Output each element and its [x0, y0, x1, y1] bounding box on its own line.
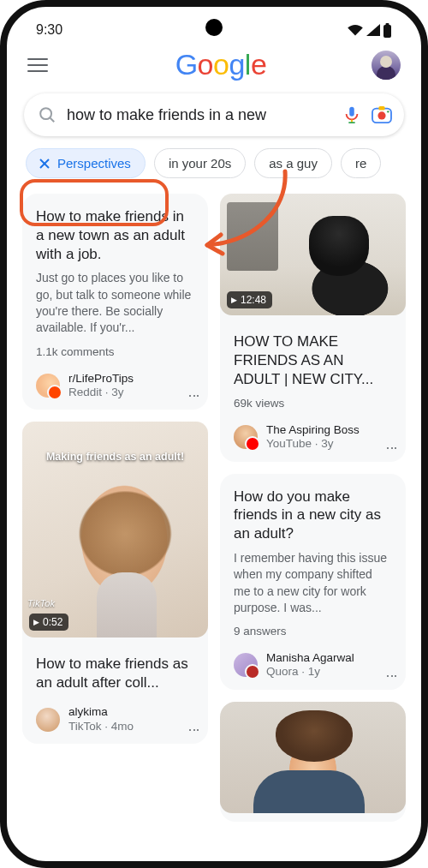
video-duration: 12:48 — [227, 291, 272, 308]
status-time: 9:30 — [36, 22, 62, 38]
results-col-right: 12:48 HOW TO MAKE FRIENDS AS AN ADULT | … — [220, 194, 406, 822]
battery-icon — [383, 23, 392, 38]
filter-chips: Perspectives in your 20s as a guy re — [7, 136, 421, 182]
google-logo: Google — [175, 48, 267, 81]
video-thumbnail[interactable]: 12:48 — [220, 194, 406, 315]
result-card-tiktok[interactable]: Making friends as an adult! TikTok 0:52 … — [22, 422, 208, 744]
card-footer: r/LifeProTips Reddit · 3y — [36, 372, 194, 399]
profile-avatar[interactable] — [372, 51, 401, 80]
card-footer: The Aspiring Boss YouTube · 3y — [234, 423, 392, 451]
youtube-icon — [234, 425, 258, 449]
wifi-icon — [347, 23, 364, 37]
card-source: Manisha Agarwal Quora · 1y — [266, 651, 354, 679]
result-card-quora[interactable]: How do you make friends in a new city as… — [220, 474, 406, 690]
card-body: Just go to places you like to go, but ta… — [36, 270, 194, 336]
video-thumbnail[interactable]: Making friends as an adult! TikTok 0:52 — [22, 422, 208, 638]
app-header: Google — [7, 43, 421, 81]
svg-point-8 — [377, 111, 385, 119]
voice-search-icon[interactable] — [342, 105, 361, 124]
search-bar[interactable] — [24, 93, 404, 136]
result-card-video-partial[interactable] — [220, 702, 406, 822]
svg-line-3 — [51, 118, 55, 123]
search-input[interactable] — [67, 106, 332, 124]
svg-rect-9 — [378, 106, 384, 111]
card-footer: alykima TikTok · 4mo — [36, 705, 194, 733]
status-icons — [347, 23, 392, 38]
more-options-icon[interactable] — [187, 390, 201, 401]
phone-frame: 9:30 Google Perspectives in your 20s as … — [0, 0, 428, 868]
card-meta: 1.1k comments — [36, 345, 194, 358]
card-source: The Aspiring Boss YouTube · 3y — [266, 423, 360, 451]
video-duration: 0:52 — [29, 614, 68, 631]
results-grid: How to make friends in a new town as an … — [7, 182, 421, 822]
svg-rect-0 — [383, 25, 391, 38]
card-source: alykima TikTok · 4mo — [68, 705, 134, 733]
search-icon — [38, 105, 56, 124]
result-card-youtube[interactable]: 12:48 HOW TO MAKE FRIENDS AS AN ADULT | … — [220, 194, 406, 462]
card-body: I remember having this issue when my com… — [234, 550, 392, 616]
more-options-icon[interactable] — [385, 670, 399, 681]
chip-partial[interactable]: re — [341, 148, 381, 178]
card-title: How do you make friends in a new city as… — [234, 488, 392, 543]
svg-point-2 — [40, 108, 51, 119]
card-title: HOW TO MAKE FRIENDS AS AN ADULT | NEW CI… — [234, 332, 392, 388]
card-source: r/LifeProTips Reddit · 3y — [68, 372, 134, 399]
more-options-icon[interactable] — [187, 724, 201, 735]
chip-in-your-20s[interactable]: in your 20s — [154, 148, 246, 178]
lens-camera-icon[interactable] — [372, 105, 392, 124]
card-title: How to make friends as an adult after co… — [36, 655, 194, 692]
signal-icon — [366, 23, 381, 37]
svg-point-10 — [387, 111, 389, 112]
svg-rect-1 — [386, 23, 389, 26]
more-options-icon[interactable] — [385, 442, 399, 453]
tiktok-watermark: TikTok — [27, 598, 55, 608]
results-col-left: How to make friends in a new town as an … — [22, 194, 208, 822]
chip-label: Perspectives — [57, 156, 131, 171]
camera-notch — [205, 19, 223, 36]
card-meta: 9 answers — [234, 625, 392, 638]
card-footer: Manisha Agarwal Quora · 1y — [234, 651, 392, 679]
reddit-icon — [36, 374, 60, 398]
chip-as-a-guy[interactable]: as a guy — [254, 148, 332, 178]
svg-rect-4 — [349, 107, 354, 117]
close-icon — [39, 158, 51, 170]
card-title: How to make friends in a new town as an … — [36, 207, 194, 263]
chip-perspectives[interactable]: Perspectives — [26, 148, 146, 178]
result-card-reddit[interactable]: How to make friends in a new town as an … — [22, 194, 208, 410]
tiktok-icon — [36, 708, 60, 732]
quora-icon — [234, 653, 258, 677]
card-meta: 69k views — [234, 397, 392, 410]
hamburger-menu-icon[interactable] — [27, 58, 48, 72]
video-thumbnail[interactable] — [220, 702, 406, 813]
thumbnail-overlay-text: Making friends as an adult! — [22, 451, 208, 463]
